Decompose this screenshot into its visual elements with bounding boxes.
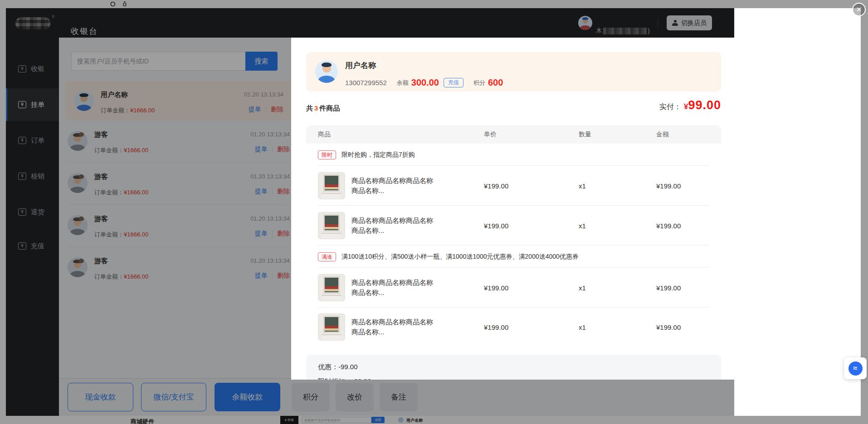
- product-name: 商品名称商品名称商品名称商品名称...: [351, 278, 433, 298]
- flash-badge: 限时: [318, 150, 336, 159]
- member-name: 用户名称: [345, 60, 376, 71]
- discount-value: -99.00: [338, 363, 358, 371]
- product-image: [318, 212, 345, 239]
- assistant-float-button[interactable]: ≈: [844, 357, 867, 379]
- promo-row-gift: 满送 满100送10积分、满500送小样一瓶、满1000送1000元优惠券、满2…: [306, 246, 721, 268]
- paid-amount: 99.00: [688, 98, 721, 112]
- unit-price: ¥199.00: [484, 222, 579, 230]
- unit-price: ¥199.00: [484, 284, 579, 292]
- flash-discount-label: 限时折扣：: [318, 377, 352, 380]
- product-image: [318, 313, 345, 341]
- count-prefix: 共: [306, 104, 313, 112]
- flash-discount-line: 限时折扣：-99.00: [318, 377, 709, 380]
- recharge-button[interactable]: 充值: [444, 78, 463, 87]
- overlay-strip-right: [861, 8, 868, 416]
- points-value: 600: [488, 77, 503, 88]
- product-name: 商品名称商品名称商品名称商品名称...: [351, 317, 433, 337]
- overlay-strip-bottom: [0, 416, 868, 424]
- paid-currency: ¥: [684, 102, 688, 111]
- paid-total: 实付： ¥ 99.00: [659, 98, 721, 112]
- table-header: 商品 单价 数量 金额: [306, 125, 721, 144]
- paid-label: 实付：: [659, 102, 681, 112]
- col-amount: 金额: [656, 130, 721, 139]
- product-image: [318, 274, 345, 301]
- member-avatar: [315, 60, 338, 83]
- unit-price: ¥199.00: [484, 182, 579, 190]
- col-price: 单价: [484, 130, 579, 139]
- count-number: 3: [313, 104, 319, 112]
- quantity: x1: [579, 222, 656, 230]
- product-row: 商品名称商品名称商品名称商品名称... ¥199.00 x1 ¥199.00: [306, 206, 721, 246]
- discount-label: 优惠：: [318, 363, 338, 371]
- flash-discount-value: -99.00: [352, 377, 371, 380]
- gift-badge: 满送: [318, 252, 336, 261]
- member-phone: 13007299552: [345, 79, 387, 87]
- line-amount: ¥199.00: [656, 182, 721, 190]
- count-suffix: 件商品: [319, 104, 340, 112]
- points-label: 积分: [473, 79, 485, 87]
- line-amount: ¥199.00: [656, 284, 721, 292]
- product-table: 商品 单价 数量 金额 限时 限时抢购，指定商品7折购 商品名称商品名称商品名称…: [306, 125, 721, 347]
- hold-order-detail-dialog: 用户名称 13007299552 余额 300.00 充值 积分 600 共3件…: [291, 38, 734, 380]
- gift-promo-text: 满100送10积分、满500送小样一瓶、满1000送1000元优惠券、满2000…: [341, 253, 579, 261]
- close-icon[interactable]: ✕: [852, 3, 866, 16]
- product-row: 商品名称商品名称商品名称商品名称... ¥199.00 x1 ¥199.00: [306, 268, 721, 308]
- product-image: [318, 172, 345, 199]
- promo-row-flash: 限时 限时抢购，指定商品7折购: [306, 144, 721, 166]
- balance-value: 300.00: [411, 77, 439, 88]
- line-amount: ¥199.00: [656, 323, 721, 331]
- member-card: 用户名称 13007299552 余额 300.00 充值 积分 600: [306, 52, 721, 92]
- line-amount: ¥199.00: [656, 222, 721, 230]
- overlay-strip-left: [0, 8, 6, 416]
- unit-price: ¥199.00: [484, 323, 579, 331]
- quantity: x1: [579, 323, 656, 331]
- lightbox-window: ® 收银台 木 ) 切换店员 ¥ 收银 ¥ 挂单: [6, 8, 861, 416]
- wave-logo-icon: ≈: [848, 361, 863, 376]
- discount-line: 优惠：-99.00: [318, 363, 709, 371]
- product-name: 商品名称商品名称商品名称商品名称...: [351, 216, 433, 236]
- overlay-strip-top: [0, 0, 868, 8]
- flash-promo-text: 限时抢购，指定商品7折购: [341, 151, 415, 159]
- balance-label: 余额: [397, 79, 409, 87]
- pos-screenshot: ® 收银台 木 ) 切换店员 ¥ 收银 ¥ 挂单: [6, 8, 734, 416]
- quantity: x1: [579, 284, 656, 292]
- item-count-line: 共3件商品: [306, 104, 340, 113]
- col-product: 商品: [306, 130, 484, 139]
- quantity: x1: [579, 182, 656, 190]
- product-row: 商品名称商品名称商品名称商品名称... ¥199.00 x1 ¥199.00: [306, 166, 721, 206]
- product-row: 商品名称商品名称商品名称商品名称... ¥199.00 x1 ¥199.00: [306, 308, 721, 347]
- product-name: 商品名称商品名称商品名称商品名称...: [351, 176, 433, 196]
- discount-summary: 优惠：-99.00 限时折扣：-99.00: [306, 355, 721, 380]
- col-qty: 数量: [579, 130, 656, 139]
